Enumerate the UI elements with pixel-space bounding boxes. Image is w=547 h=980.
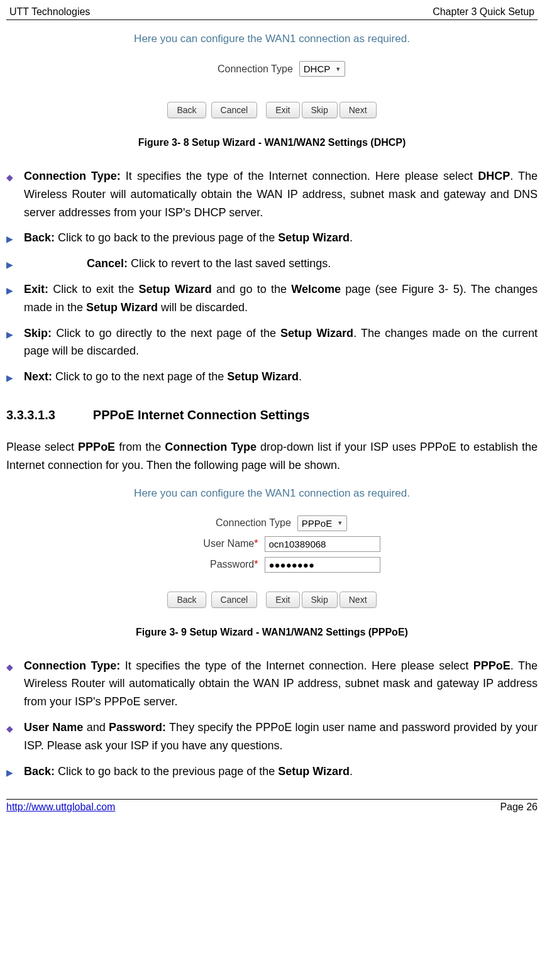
cancel-button[interactable]: Cancel: [211, 102, 258, 118]
back-desc-2: ▶ Back: Click to go back to the previous…: [6, 763, 538, 781]
connection-type-select[interactable]: DHCP: [299, 61, 345, 77]
section-title: PPPoE Internet Connection Settings: [93, 408, 309, 422]
dhcp-config-panel: Here you can configure the WAN1 connecti…: [6, 33, 538, 118]
help-text: Here you can configure the WAN1 connecti…: [6, 33, 538, 45]
pppoe-config-panel: Here you can configure the WAN1 connecti…: [6, 487, 538, 608]
page-number: Page 26: [500, 801, 538, 813]
header-right: Chapter 3 Quick Setup: [433, 6, 534, 18]
back-button[interactable]: Back: [167, 592, 206, 608]
exit-desc: ▶ Exit: Click to exit the Setup Wizard a…: [6, 280, 538, 317]
skip-desc: ▶ Skip: Click to go directly to the next…: [6, 324, 538, 361]
diamond-icon: ◆: [6, 718, 24, 735]
back-button[interactable]: Back: [167, 102, 206, 118]
cancel-desc: ▶ Cancel: Click to revert to the last sa…: [6, 255, 538, 273]
password-label: Password*: [164, 559, 258, 570]
figure-caption-1: Figure 3- 8 Setup Wizard - WAN1/WAN2 Set…: [6, 137, 538, 148]
arrow-icon: ▶: [6, 763, 24, 779]
arrow-icon: ▶: [6, 324, 24, 341]
arrow-icon: ▶: [6, 229, 24, 246]
exit-button[interactable]: Exit: [266, 592, 299, 608]
username-label: User Name*: [164, 538, 258, 549]
section-heading: 3.3.3.1.3 PPPoE Internet Connection Sett…: [6, 408, 538, 422]
skip-button[interactable]: Skip: [302, 592, 338, 608]
header-left: UTT Technologies: [9, 6, 90, 18]
diamond-icon: ◆: [6, 167, 24, 184]
connection-type-desc: ◆ Connection Type: It specifies the type…: [6, 167, 538, 221]
skip-button[interactable]: Skip: [302, 102, 338, 118]
next-button[interactable]: Next: [340, 102, 377, 118]
connection-type-label: Connection Type: [197, 517, 291, 529]
arrow-icon: ▶: [6, 255, 24, 272]
connection-type-desc-2: ◆ Connection Type: It specifies the type…: [6, 657, 538, 711]
figure-caption-2: Figure 3- 9 Setup Wizard - WAN1/WAN2 Set…: [6, 627, 538, 638]
diamond-icon: ◆: [6, 657, 24, 674]
exit-button[interactable]: Exit: [266, 102, 299, 118]
connection-type-select[interactable]: PPPoE: [297, 515, 347, 531]
back-desc: ▶ Back: Click to go back to the previous…: [6, 229, 538, 247]
page-footer: http://www.uttglobal.com Page 26: [6, 799, 538, 813]
footer-link[interactable]: http://www.uttglobal.com: [6, 801, 115, 813]
username-password-desc: ◆ User Name and Password: They specify t…: [6, 718, 538, 755]
cancel-button[interactable]: Cancel: [211, 592, 258, 608]
page-header: UTT Technologies Chapter 3 Quick Setup: [6, 6, 538, 20]
arrow-icon: ▶: [6, 280, 24, 297]
username-input[interactable]: ocn10389068: [265, 536, 380, 552]
section-number: 3.3.3.1.3: [6, 408, 55, 422]
next-button[interactable]: Next: [340, 592, 377, 608]
connection-type-label: Connection Type: [199, 63, 293, 75]
pppoe-intro: Please select PPPoE from the Connection …: [6, 438, 538, 475]
help-text: Here you can configure the WAN1 connecti…: [6, 487, 538, 500]
arrow-icon: ▶: [6, 368, 24, 385]
password-input[interactable]: ●●●●●●●●: [265, 557, 380, 573]
next-desc: ▶ Next: Click to go to the next page of …: [6, 368, 538, 386]
